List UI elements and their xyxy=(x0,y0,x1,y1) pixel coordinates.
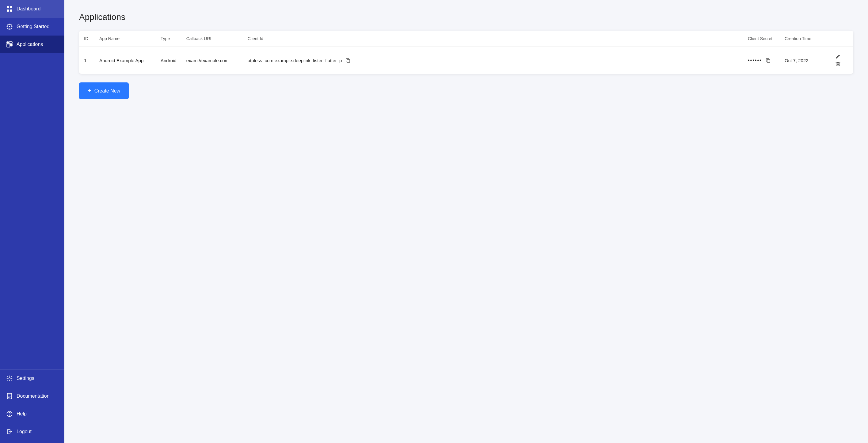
svg-rect-1 xyxy=(10,6,12,8)
col-header-id: ID xyxy=(79,31,94,47)
col-header-creation: Creation Time xyxy=(780,31,829,47)
sidebar-label-documentation: Documentation xyxy=(17,393,50,399)
create-new-label: Create New xyxy=(94,88,120,94)
table-header-row: ID App Name Type Callback URI Client Id … xyxy=(79,31,853,47)
delete-button[interactable] xyxy=(834,60,842,68)
plus-icon: + xyxy=(88,87,91,94)
sidebar-label-applications: Applications xyxy=(17,42,43,47)
sidebar-label-help: Help xyxy=(17,411,27,417)
svg-rect-2 xyxy=(7,9,9,12)
sidebar-label-logout: Logout xyxy=(17,429,32,435)
sidebar-label-dashboard: Dashboard xyxy=(17,6,40,12)
col-header-type: Type xyxy=(156,31,181,47)
copy-clientid-button[interactable] xyxy=(344,57,351,64)
col-header-clientid: Client Id xyxy=(243,31,743,47)
svg-rect-24 xyxy=(836,63,840,66)
logout-icon xyxy=(6,428,13,435)
svg-rect-11 xyxy=(9,42,12,43)
sidebar-label-getting-started: Getting Started xyxy=(17,24,50,29)
help-icon xyxy=(6,411,13,417)
sidebar-item-settings[interactable]: Settings xyxy=(0,370,64,387)
svg-rect-0 xyxy=(7,6,9,8)
page-title: Applications xyxy=(79,12,853,22)
apps-icon xyxy=(6,41,13,48)
cell-clientid: otpless_com.example.deeplink_lister_flut… xyxy=(243,47,743,74)
col-header-actions xyxy=(829,31,853,47)
sidebar-item-getting-started[interactable]: Getting Started xyxy=(0,18,64,35)
sidebar-item-dashboard[interactable]: Dashboard xyxy=(0,0,64,18)
cell-creation: Oct 7, 2022 xyxy=(780,47,829,74)
svg-rect-12 xyxy=(7,44,10,47)
cell-appname: Android Example App xyxy=(94,47,156,74)
applications-table: ID App Name Type Callback URI Client Id … xyxy=(79,31,853,74)
cell-actions xyxy=(829,47,853,74)
svg-rect-3 xyxy=(10,9,12,12)
sidebar-label-settings: Settings xyxy=(17,376,34,381)
applications-table-container: ID App Name Type Callback URI Client Id … xyxy=(79,31,853,74)
svg-rect-10 xyxy=(7,42,8,43)
sidebar-item-applications[interactable]: Applications xyxy=(0,35,64,53)
svg-rect-22 xyxy=(347,59,350,63)
sidebar: Dashboard Getting Started xyxy=(0,0,64,443)
sidebar-top: Dashboard Getting Started xyxy=(0,0,64,369)
svg-point-15 xyxy=(9,378,10,379)
svg-rect-14 xyxy=(10,46,12,47)
create-new-button[interactable]: + Create New xyxy=(79,83,129,99)
cell-id: 1 xyxy=(79,47,94,74)
dashboard-icon xyxy=(6,5,13,12)
svg-point-21 xyxy=(9,415,10,416)
compass-icon xyxy=(6,23,13,30)
svg-rect-23 xyxy=(767,59,770,63)
col-header-secret: Client Secret xyxy=(743,31,780,47)
sidebar-item-documentation[interactable]: Documentation xyxy=(0,387,64,405)
secret-value: •••••• xyxy=(748,58,762,63)
svg-point-5 xyxy=(9,26,10,27)
main-content: Applications ID App Name Type Callback U… xyxy=(64,0,868,443)
col-header-callback: Callback URI xyxy=(181,31,243,47)
client-id-value: otpless_com.example.deeplink_lister_flut… xyxy=(248,58,342,63)
settings-icon xyxy=(6,375,13,382)
cell-type: Android xyxy=(156,47,181,74)
svg-rect-13 xyxy=(10,44,12,46)
cell-callback: exam://example.com xyxy=(181,47,243,74)
copy-secret-button[interactable] xyxy=(765,57,772,64)
edit-button[interactable] xyxy=(834,53,842,60)
cell-secret: •••••• xyxy=(743,47,780,74)
col-header-appname: App Name xyxy=(94,31,156,47)
sidebar-bottom: Settings Documentation xyxy=(0,369,64,443)
table-row: 1 Android Example App Android exam://exa… xyxy=(79,47,853,74)
doc-icon xyxy=(6,393,13,400)
sidebar-item-help[interactable]: Help xyxy=(0,405,64,423)
sidebar-item-logout[interactable]: Logout xyxy=(0,423,64,441)
